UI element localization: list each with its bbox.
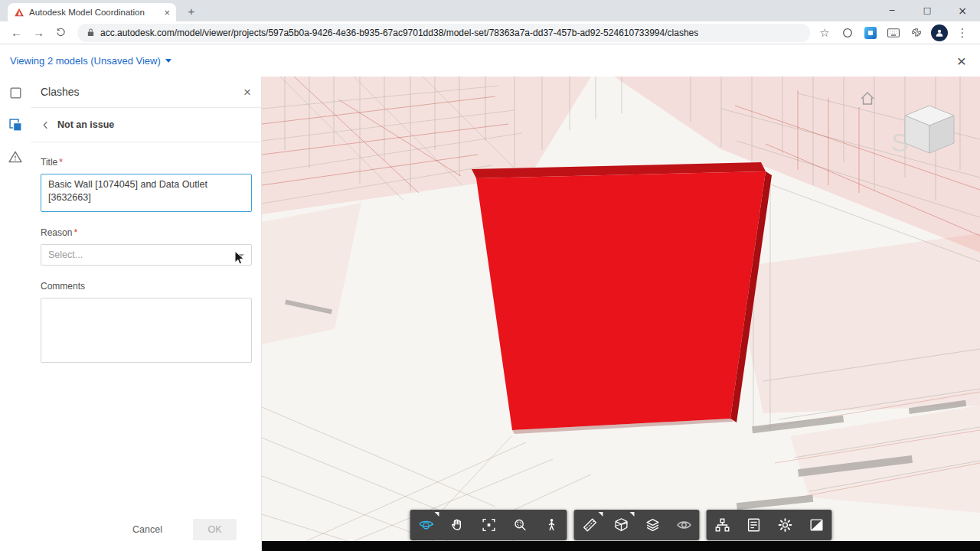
reload-button[interactable] — [51, 23, 71, 43]
status-circle-icon[interactable] — [839, 24, 856, 41]
measure-ruler-icon — [581, 517, 598, 533]
not-an-issue-label: Not an issue — [57, 119, 114, 130]
chevron-down-icon — [165, 59, 172, 63]
title-field-label: Title* — [41, 157, 251, 168]
back-not-an-issue[interactable]: Not an issue — [31, 108, 261, 142]
visibility-tool-button[interactable] — [668, 510, 700, 540]
pan-hand-icon — [449, 517, 466, 533]
reason-placeholder: Select... — [48, 249, 83, 260]
left-icon-rail — [0, 77, 31, 551]
chevron-left-icon — [41, 120, 51, 130]
comments-field-label: Comments — [41, 281, 251, 292]
measure-tool-button[interactable] — [574, 510, 606, 540]
browser-navbar: ← → acc.autodesk.com/model/viewer/projec… — [0, 21, 980, 44]
rail-item-models[interactable] — [0, 77, 31, 109]
window-minimize-button[interactable]: ─ — [874, 0, 910, 21]
model-browser-button[interactable] — [707, 510, 738, 540]
viewing-models-dropdown[interactable]: Viewing 2 models (Unsaved View) — [10, 55, 172, 67]
clash-highlight-box[interactable] — [472, 162, 772, 434]
screen: Autodesk Model Coordination × + ─ □ × ← … — [0, 0, 980, 551]
tool-options-flag-icon — [435, 512, 439, 517]
app-header: Viewing 2 models (Unsaved View) × — [0, 44, 980, 77]
form-footer: Cancel OK — [31, 508, 261, 551]
address-bar[interactable]: acc.autodesk.com/model/viewer/projects/5… — [77, 24, 810, 42]
window-maximize-button[interactable]: □ — [910, 0, 945, 21]
cancel-button[interactable]: Cancel — [132, 524, 162, 535]
zoom-window-button[interactable] — [505, 510, 536, 540]
clashes-panel-header: Clashes × — [31, 77, 261, 108]
pinned-extension-icon[interactable] — [862, 24, 879, 41]
fit-to-view-icon — [480, 517, 497, 533]
orbit-tool-button[interactable] — [410, 510, 442, 540]
profile-avatar[interactable] — [931, 24, 948, 41]
autodesk-favicon — [14, 7, 24, 18]
settings-tools-group — [707, 510, 832, 540]
wireframe-model-decor: S — [262, 77, 980, 541]
pan-tool-button[interactable] — [442, 510, 473, 540]
navigation-tools-group — [410, 510, 567, 540]
required-marker: * — [59, 157, 63, 168]
properties-icon — [745, 517, 762, 533]
issues-warning-icon — [8, 149, 23, 165]
viewcube[interactable] — [905, 106, 954, 153]
render-options-button[interactable] — [801, 510, 832, 540]
window-close-button[interactable]: × — [945, 0, 980, 21]
url-text: acc.autodesk.com/model/viewer/projects/5… — [100, 28, 698, 38]
clashes-icon — [8, 117, 24, 133]
zoom-window-icon — [511, 517, 528, 533]
panel-close-icon[interactable]: × — [243, 86, 251, 99]
viewer-close-button[interactable]: × — [957, 53, 966, 69]
back-button[interactable]: ← — [6, 23, 27, 43]
person-icon — [934, 28, 945, 38]
rail-item-clashes-active[interactable] — [0, 109, 31, 141]
properties-button[interactable] — [738, 510, 769, 540]
extensions-puzzle-icon[interactable] — [908, 24, 925, 41]
reason-select[interactable]: Select... — [41, 244, 252, 266]
tool-options-flag-icon — [599, 512, 603, 517]
settings-button[interactable] — [769, 510, 801, 540]
render-contrast-icon — [808, 517, 825, 533]
fit-to-view-button[interactable] — [473, 510, 505, 540]
eye-icon — [675, 517, 692, 533]
bookmark-star-icon[interactable]: ☆ — [816, 24, 833, 41]
viewer-bottom-strip — [262, 541, 980, 551]
ok-button: OK — [193, 519, 237, 540]
models-icon — [8, 86, 23, 100]
viewing-models-label: Viewing 2 models (Unsaved View) — [10, 55, 161, 67]
orbit-icon — [417, 517, 434, 533]
section-cube-icon — [612, 517, 629, 533]
title-input[interactable]: Basic Wall [1074045] and Data Outlet [36… — [41, 174, 252, 212]
comments-input[interactable] — [41, 298, 252, 363]
tab-close-icon[interactable]: × — [164, 8, 170, 18]
layers-icon — [644, 517, 661, 533]
analysis-tools-group — [574, 510, 700, 540]
section-tool-button[interactable] — [606, 510, 637, 540]
model-browser-icon — [714, 517, 730, 533]
reason-field-label: Reason* — [41, 227, 251, 238]
viewer-toolbar — [410, 510, 832, 540]
navbar-icons: ☆ ⋮ — [816, 24, 974, 41]
layers-tool-button[interactable] — [637, 510, 668, 540]
reload-icon — [55, 27, 67, 38]
tool-options-flag-icon — [630, 512, 635, 517]
keyboard-icon[interactable] — [885, 24, 902, 41]
mouse-cursor — [234, 250, 246, 266]
gear-icon — [776, 517, 793, 533]
new-tab-button[interactable]: + — [184, 4, 199, 19]
clash-form: Title* Basic Wall [1074045] and Data Out… — [31, 142, 261, 366]
browser-menu-icon[interactable]: ⋮ — [954, 24, 971, 41]
model-viewer-canvas[interactable]: S — [262, 77, 980, 551]
first-person-button[interactable] — [536, 510, 567, 540]
browser-tab-strip: Autodesk Model Coordination × + ─ □ × — [0, 0, 980, 21]
window-controls: ─ □ × — [874, 0, 980, 21]
forward-button[interactable]: → — [28, 23, 49, 43]
clashes-panel: Clashes × Not an issue Title* Basic Wall… — [31, 77, 262, 551]
browser-tab[interactable]: Autodesk Model Coordination × — [8, 3, 176, 21]
padlock-icon — [87, 28, 95, 37]
tab-title: Autodesk Model Coordination — [29, 8, 159, 17]
rail-item-issues[interactable] — [0, 141, 31, 173]
panel-title: Clashes — [41, 86, 80, 98]
first-person-icon — [543, 517, 560, 533]
